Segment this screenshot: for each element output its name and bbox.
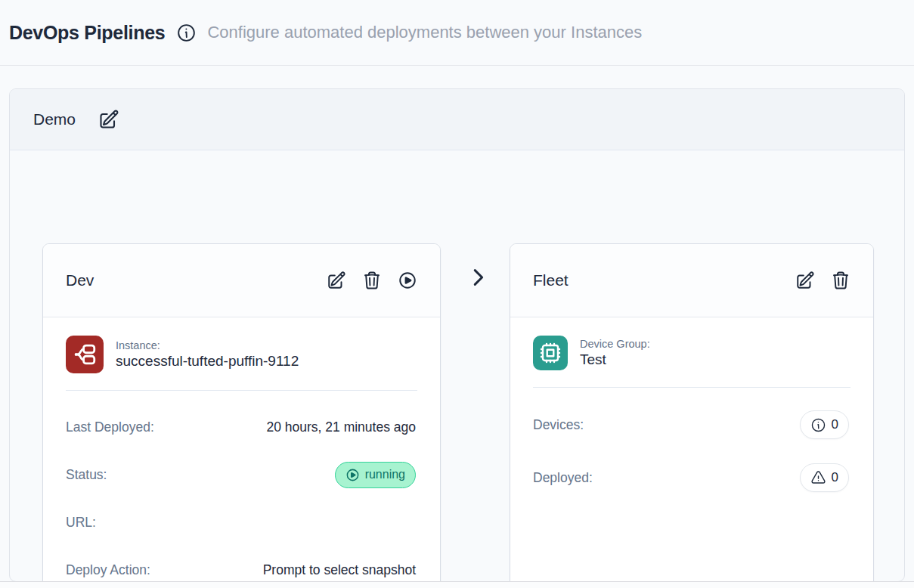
dev-card-body: Instance: successful-tufted-puffin-9112 …	[43, 317, 440, 583]
status-badge: running	[335, 462, 416, 488]
url-label: URL:	[66, 515, 96, 531]
edit-icon	[98, 109, 119, 130]
fleet-card-actions	[795, 271, 850, 290]
stage-connector	[466, 265, 490, 289]
deploy-action-value: Prompt to select snapshot	[263, 562, 416, 578]
status-badge-text: running	[365, 468, 405, 481]
dev-stage-card: Dev	[42, 243, 441, 588]
instance-row: Instance: successful-tufted-puffin-9112	[43, 317, 440, 390]
device-group-name: Test	[580, 351, 650, 368]
edit-icon	[795, 271, 815, 290]
pipeline-panel-header: Demo	[10, 89, 904, 150]
info-circle-icon	[810, 417, 826, 433]
instance-name: successful-tufted-puffin-9112	[116, 353, 299, 370]
last-deployed-row: Last Deployed: 20 hours, 21 minutes ago	[66, 413, 416, 441]
devices-count-pill[interactable]: 0	[800, 410, 849, 439]
edit-pipeline-button[interactable]	[98, 109, 119, 130]
warning-triangle-icon	[810, 470, 826, 486]
delete-fleet-stage-button[interactable]	[831, 271, 850, 290]
page-header: DevOps Pipelines Configure automated dep…	[0, 0, 914, 66]
fleet-card-body: Device Group: Test Devices:	[510, 317, 873, 492]
page-title: DevOps Pipelines	[9, 22, 165, 44]
device-group-info: Device Group: Test	[580, 338, 650, 368]
devices-count: 0	[832, 417, 838, 432]
fleet-card-title: Fleet	[533, 271, 569, 289]
instance-info: Instance: successful-tufted-puffin-9112	[116, 339, 299, 370]
status-label: Status:	[66, 467, 107, 483]
cpu-chip-icon	[533, 336, 568, 370]
chevron-right-icon	[466, 266, 489, 289]
edit-icon	[327, 271, 346, 290]
trash-icon	[831, 271, 850, 290]
deployed-row: Deployed: 0	[533, 463, 849, 492]
dev-card-actions	[327, 271, 417, 290]
page-info-button[interactable]	[175, 22, 197, 43]
devices-label: Devices:	[533, 417, 584, 433]
device-group-row: Device Group: Test	[510, 317, 873, 387]
page-subtitle: Configure automated deployments between …	[207, 23, 642, 42]
dev-detail-rows: Last Deployed: 20 hours, 21 minutes ago …	[43, 391, 440, 583]
pipeline-panel: Demo Dev	[9, 88, 905, 582]
devices-row: Devices: 0	[533, 410, 849, 439]
delete-dev-stage-button[interactable]	[362, 271, 382, 290]
deployed-count-pill[interactable]: 0	[800, 463, 849, 492]
info-circle-icon	[176, 23, 197, 43]
instance-label: Instance:	[116, 339, 299, 351]
workflow-icon	[66, 336, 104, 373]
fleet-detail-rows: Devices: 0	[510, 388, 873, 492]
edit-fleet-stage-button[interactable]	[795, 271, 815, 290]
last-deployed-label: Last Deployed:	[66, 419, 154, 435]
pipeline-name: Demo	[33, 110, 76, 128]
status-row: Status: running	[66, 461, 416, 488]
edit-dev-stage-button[interactable]	[327, 271, 346, 290]
next-section-edge	[0, 581, 914, 588]
fleet-stage-card: Fleet	[510, 243, 874, 588]
dev-card-header: Dev	[43, 244, 440, 317]
fleet-card-header: Fleet	[510, 244, 873, 317]
deployed-label: Deployed:	[533, 470, 593, 486]
dev-card-title: Dev	[66, 271, 94, 289]
play-circle-icon	[345, 468, 360, 482]
deployed-count: 0	[832, 470, 838, 485]
pipeline-stages: Dev	[10, 150, 904, 582]
play-circle-icon	[398, 271, 417, 290]
run-dev-stage-button[interactable]	[398, 271, 417, 290]
trash-icon	[362, 271, 382, 290]
deploy-action-label: Deploy Action:	[66, 562, 150, 578]
last-deployed-value: 20 hours, 21 minutes ago	[267, 419, 417, 435]
device-group-label: Device Group:	[580, 338, 650, 350]
url-row: URL:	[66, 509, 416, 536]
deploy-action-row: Deploy Action: Prompt to select snapshot	[66, 556, 416, 583]
